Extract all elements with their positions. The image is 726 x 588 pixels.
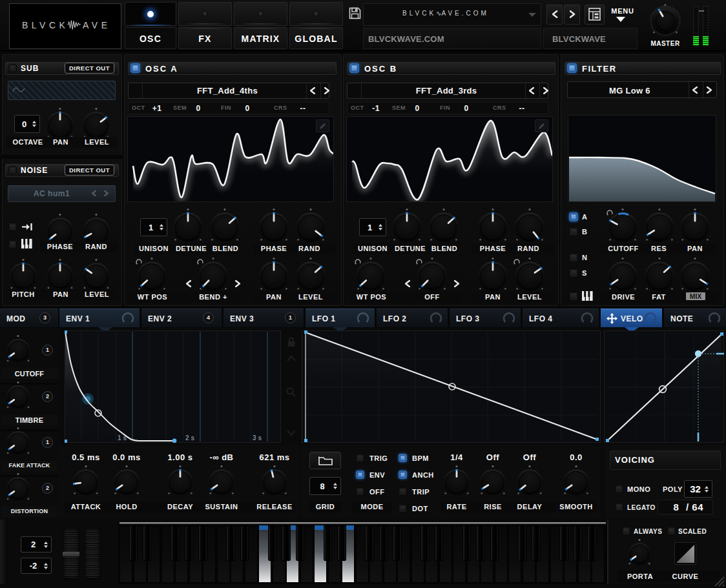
svg-text:2 s: 2 s (185, 434, 194, 441)
svg-text:3 s: 3 s (253, 434, 262, 441)
svg-text:1 s: 1 s (118, 434, 127, 441)
